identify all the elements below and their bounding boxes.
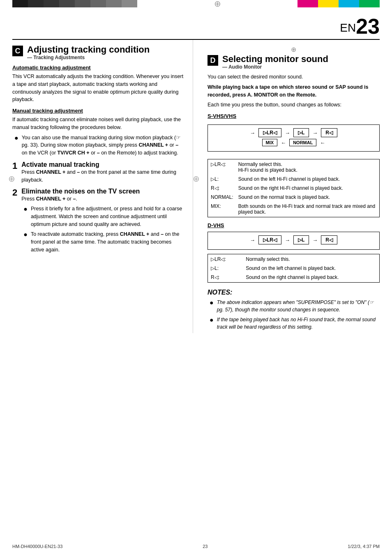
svhs-sym-lr: ▷LR◁: bbox=[209, 160, 235, 174]
top-center-mark: ⊕ bbox=[137, 0, 297, 7]
bar-1 bbox=[12, 0, 28, 7]
dvhs-arrow-right-3: → bbox=[312, 237, 318, 243]
section-d-instruction: While playing back a tape on which stere… bbox=[208, 83, 380, 99]
dvhs-table: ▷LR◁: Normally select this. ▷L: Sound on… bbox=[208, 254, 380, 283]
footer-center: 23 bbox=[203, 544, 208, 549]
svhs-sym-normal: NORMAL: bbox=[209, 193, 235, 201]
svhs-desc-normal: Sound on the normal track is played back… bbox=[236, 193, 378, 201]
arrow-right-3: → bbox=[312, 130, 318, 136]
dvhs-arrow-right-2: → bbox=[285, 237, 290, 243]
notes-section: NOTES: ● The above indication appears wh… bbox=[208, 289, 380, 331]
svhs-row-lr: ▷LR◁: Normally select this.Hi-Fi sound i… bbox=[209, 160, 378, 174]
page-number-block: EN23 bbox=[12, 16, 380, 37]
reg-mark-left: ⊕ bbox=[8, 174, 15, 184]
svhs-diagram: → ▷LR◁ → ▷L → R◁ MIX ← NORMAL ← bbox=[208, 124, 380, 152]
dvhs-label: D-VHS bbox=[208, 222, 380, 228]
svhs-cell-l: ▷L bbox=[293, 128, 309, 137]
step-2-number: 2 bbox=[12, 188, 17, 198]
section-c-title-block: Adjusting tracking condition — Tracking … bbox=[27, 45, 150, 60]
step-2-bullet-1: ● Press it briefly for a fine adjustment… bbox=[23, 205, 184, 228]
step-2-content: Eliminate the noises on the TV screen Pr… bbox=[21, 188, 184, 256]
note-text-1: The above indication appears when "SUPER… bbox=[217, 299, 380, 313]
bar-green bbox=[359, 0, 380, 7]
section-c-title: Adjusting tracking condition bbox=[27, 45, 150, 55]
dvhs-cell-r: R◁ bbox=[321, 235, 337, 244]
bar-8 bbox=[122, 0, 137, 7]
arrow-left-2: ← bbox=[320, 140, 325, 146]
step-1-title: Activate manual tracking bbox=[21, 161, 184, 168]
bar-3 bbox=[44, 0, 59, 7]
reg-mark-top: ⊕ bbox=[208, 46, 380, 53]
note-dot-1: ● bbox=[210, 299, 214, 306]
svhs-desc-r: Sound on the right Hi-Fi channel is play… bbox=[236, 184, 378, 192]
bullet-dot-3: ● bbox=[23, 230, 28, 238]
dvhs-cell-l: ▷L bbox=[293, 235, 309, 244]
svhs-table: ▷LR◁: Normally select this.Hi-Fi sound i… bbox=[208, 159, 380, 217]
dvhs-sym-l: ▷L: bbox=[209, 264, 243, 272]
step-2-text: Press CHANNEL + or –. bbox=[21, 195, 184, 203]
section-d-subtitle: — Audio Monitor bbox=[222, 64, 328, 70]
bar-cyan bbox=[339, 0, 359, 7]
dvhs-row-lr: ▷LR◁: Normally select this. bbox=[209, 255, 378, 263]
svhs-desc-mix: Both sounds on the Hi-Fi track and norma… bbox=[236, 202, 378, 216]
section-d-header: D Selecting monitor sound — Audio Monito… bbox=[208, 54, 380, 70]
dvhs-row-l: ▷L: Sound on the left channel is played … bbox=[209, 264, 378, 272]
en-label: EN bbox=[340, 21, 356, 34]
page-number: 23 bbox=[356, 14, 380, 38]
arrow-left-1: ← bbox=[281, 140, 286, 146]
step-2-bullet-1-text: Press it briefly for a fine adjustment, … bbox=[31, 205, 184, 228]
svhs-diagram-row1: → ▷LR◁ → ▷L → R◁ bbox=[213, 128, 374, 137]
manual-bullets: ● You can also use the manual tracking d… bbox=[14, 134, 184, 157]
note-item-2: ● If the tape being played back has no H… bbox=[210, 316, 380, 331]
step-2-bullets: ● Press it briefly for a fine adjustment… bbox=[23, 205, 184, 254]
step-2: 2 Eliminate the noises on the TV screen … bbox=[12, 188, 184, 256]
dvhs-desc-lr: Normally select this. bbox=[244, 255, 378, 263]
footer-left: HM-DH40000U-EN21-33 bbox=[12, 544, 62, 549]
top-bars-left bbox=[12, 0, 137, 7]
svhs-sym-mix: MIX: bbox=[209, 202, 235, 216]
bullet-dot-2: ● bbox=[23, 205, 28, 213]
svhs-label: S-VHS/VHS bbox=[208, 113, 380, 119]
svhs-diagram-row2: MIX ← NORMAL ← bbox=[213, 139, 374, 146]
bullet-dot-1: ● bbox=[14, 134, 18, 142]
section-d-intro: You can select the desired monitor sound… bbox=[208, 73, 380, 81]
step-1: 1 Activate manual tracking Press CHANNEL… bbox=[12, 161, 184, 184]
notes-list: ● The above indication appears when "SUP… bbox=[210, 299, 380, 331]
svhs-cell-r: R◁ bbox=[321, 128, 337, 137]
arrow-right-1: → bbox=[250, 130, 255, 136]
step-2-title: Eliminate the noises on the TV screen bbox=[21, 188, 184, 195]
subsection-manual-intro: If automatic tracking cannot eliminate n… bbox=[12, 116, 184, 131]
svhs-row-r: R◁: Sound on the right Hi-Fi channel is … bbox=[209, 184, 378, 192]
svhs-mix-label: MIX bbox=[262, 139, 278, 146]
step-1-content: Activate manual tracking Press CHANNEL +… bbox=[21, 161, 184, 184]
bar-5 bbox=[75, 0, 90, 7]
dvhs-row-r: R◁: Sound on the right channel is played… bbox=[209, 273, 378, 281]
col-left: C Adjusting tracking condition — Trackin… bbox=[12, 40, 193, 333]
manual-bullet-1-text: You can also use the manual tracking dur… bbox=[22, 134, 184, 157]
section-d-title: Selecting monitor sound bbox=[222, 54, 328, 64]
step-2-bullet-2-text: To reactivate automatic tracking, press … bbox=[31, 230, 184, 253]
step-1-number: 1 bbox=[12, 161, 17, 171]
col-right: ⊕ D Selecting monitor sound — Audio Moni… bbox=[205, 40, 380, 333]
dvhs-sym-r: R◁: bbox=[209, 273, 243, 281]
section-d-letter: D bbox=[208, 55, 218, 66]
arrow-right-2: → bbox=[285, 130, 290, 136]
svhs-sym-r: R◁: bbox=[209, 184, 235, 192]
dvhs-arrow-right-1: → bbox=[250, 237, 255, 243]
bar-6 bbox=[90, 0, 106, 7]
page-content: EN23 C Adjusting tracking condition — Tr… bbox=[0, 7, 392, 350]
main-content: C Adjusting tracking condition — Trackin… bbox=[12, 39, 380, 333]
note-dot-2: ● bbox=[210, 316, 214, 324]
dvhs-diagram: → ▷LR◁ → ▷L → R◁ bbox=[208, 232, 380, 250]
bar-4 bbox=[59, 0, 75, 7]
note-text-2: If the tape being played back has no Hi-… bbox=[217, 316, 380, 331]
svhs-cell-lr: ▷LR◁ bbox=[258, 128, 281, 137]
bar-2 bbox=[28, 0, 44, 7]
notes-title: NOTES: bbox=[208, 289, 380, 296]
svhs-normal-label: NORMAL bbox=[289, 139, 316, 146]
svhs-row-mix: MIX: Both sounds on the Hi-Fi track and … bbox=[209, 202, 378, 216]
svhs-row-l: ▷L: Sound on the left Hi-Fi channel is p… bbox=[209, 175, 378, 183]
footer-right: 1/22/3, 4:37 PM bbox=[348, 544, 380, 549]
bar-7 bbox=[106, 0, 122, 7]
note-item-1: ● The above indication appears when "SUP… bbox=[210, 299, 380, 313]
